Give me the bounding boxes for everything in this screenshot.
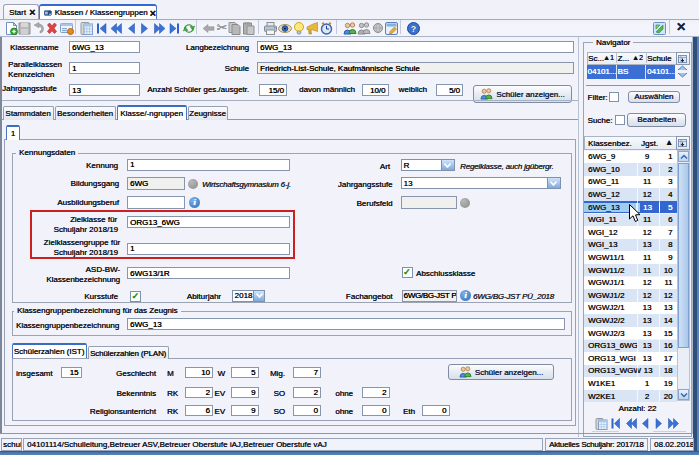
- svg-text:?: ?: [411, 24, 417, 34]
